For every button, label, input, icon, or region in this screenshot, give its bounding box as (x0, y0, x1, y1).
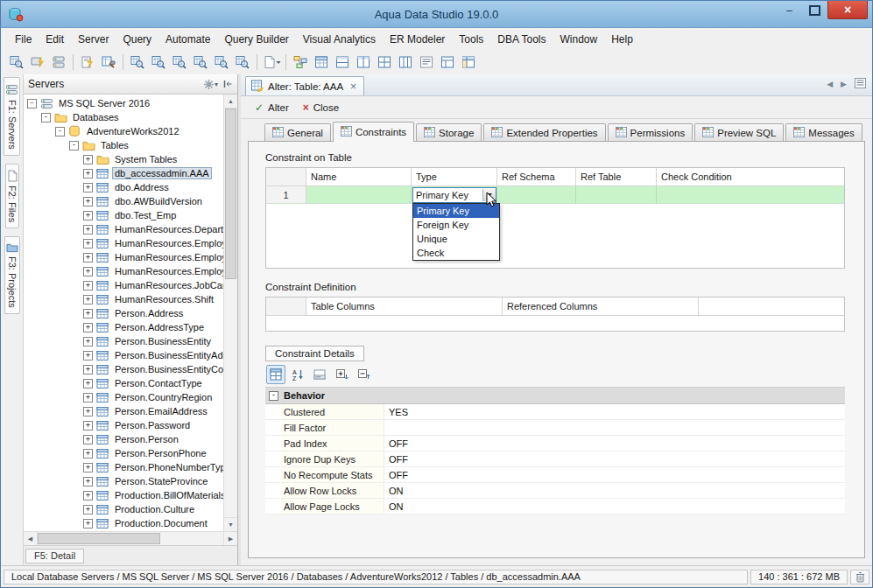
column-header-ref-table[interactable]: Ref Table (576, 168, 657, 186)
property-value[interactable] (384, 420, 845, 435)
dropdown-option-foreign-key[interactable]: Foreign Key (413, 218, 499, 232)
property-row-ignore-dup-keys[interactable]: Ignore Dup KeysOFF (265, 452, 845, 467)
menu-automate[interactable]: Automate (158, 31, 217, 48)
property-value[interactable]: OFF (384, 452, 845, 466)
expand-icon[interactable]: + (83, 505, 93, 514)
property-value[interactable]: YES (384, 404, 845, 419)
dock-tab-f3-projects[interactable]: F3: Projects (4, 236, 20, 314)
server-group-icon[interactable] (48, 52, 69, 73)
tree-node-production-document[interactable]: +Production.Document (24, 516, 224, 530)
menu-dba-tools[interactable]: DBA Tools (490, 31, 553, 48)
scroll-thumb[interactable] (225, 108, 236, 279)
close-button[interactable]: × (827, 1, 868, 19)
expand-icon[interactable]: + (83, 281, 93, 290)
tree-node-production-billofmaterials[interactable]: +Production.BillOfMaterials (24, 488, 224, 502)
tree-node-humanresources-employee[interactable]: +HumanResources.Employee (24, 236, 224, 250)
expand-icon[interactable]: + (83, 225, 93, 234)
menu-query[interactable]: Query (116, 31, 158, 48)
property-row-no-recompute-stats[interactable]: No Recompute StatsOFF (265, 467, 845, 483)
connect-server-icon[interactable] (27, 52, 48, 73)
window-list-icon[interactable] (855, 78, 866, 90)
collapse-all-icon[interactable] (354, 365, 373, 384)
column-header-table-columns[interactable]: Table Columns (306, 298, 503, 315)
property-row-fill-factor[interactable]: Fill Factor (265, 420, 845, 436)
dropdown-option-primary-key[interactable]: Primary Key (413, 204, 499, 218)
dropdown-option-check[interactable]: Check (413, 246, 499, 260)
menu-edit[interactable]: Edit (39, 31, 71, 48)
tree-node-person-password[interactable]: +Person.Password (24, 418, 224, 432)
nav-forward-icon[interactable]: ▶ (841, 80, 847, 88)
cell-ref-schema[interactable] (497, 186, 576, 203)
tree-vertical-scrollbar[interactable]: ▲ ▼ (223, 94, 237, 531)
menu-query-builder[interactable]: Query Builder (217, 31, 295, 48)
cell-ref-table[interactable] (576, 186, 657, 203)
tree-node-person-address[interactable]: +Person.Address (24, 306, 224, 320)
dropdown-arrow-icon[interactable] (482, 189, 496, 201)
dock-tab-f2-files[interactable]: F2: Files (5, 164, 19, 228)
tab-constraints[interactable]: Constraints (333, 122, 414, 142)
ddl-search-icon[interactable] (211, 52, 232, 73)
collapse-icon[interactable]: - (27, 99, 37, 108)
menu-er-modeler[interactable]: ER Modeler (383, 31, 452, 48)
expand-icon[interactable]: + (83, 239, 93, 248)
description-area-icon[interactable] (310, 365, 329, 384)
expand-all-icon[interactable] (332, 365, 351, 384)
column-header-type[interactable]: Type (412, 168, 497, 186)
scroll-down-icon[interactable]: ▼ (224, 517, 237, 531)
tree-node-person-stateprovince[interactable]: +Person.StateProvince (24, 474, 224, 488)
tree-node-person-businessentitycontact[interactable]: +Person.BusinessEntityContact (24, 362, 224, 376)
new-query-analyzer-icon[interactable] (77, 52, 98, 73)
collapse-icon[interactable]: - (69, 141, 79, 150)
title-bar[interactable]: Aqua Data Studio 19.0.0 – × (1, 1, 872, 28)
expand-icon[interactable]: + (83, 491, 93, 500)
tree-node-dbo-address[interactable]: +dbo.Address (24, 180, 224, 194)
collapse-icon[interactable]: - (41, 113, 51, 122)
tree-horizontal-scrollbar[interactable]: ◀ ▶ (24, 531, 237, 545)
cell-check-condition[interactable] (657, 186, 844, 203)
results-grid-icon[interactable] (311, 52, 332, 73)
property-value[interactable]: OFF (384, 467, 845, 482)
minimize-button[interactable]: – (777, 1, 802, 19)
menu-help[interactable]: Help (604, 31, 640, 48)
property-value[interactable]: ON (384, 499, 845, 514)
expand-icon[interactable]: + (83, 449, 93, 458)
expand-icon[interactable]: + (83, 379, 93, 388)
tree-node-humanresources-jobcandidate[interactable]: +HumanResources.JobCandidate (24, 278, 224, 292)
tree-node-adventureworks2012[interactable]: -AdventureWorks2012 (24, 124, 224, 138)
expand-icon[interactable]: + (83, 295, 93, 304)
expand-icon[interactable]: + (83, 435, 93, 444)
four-pane-icon[interactable] (374, 52, 395, 73)
tree-node-person-person[interactable]: +Person.Person (24, 432, 224, 446)
column-header-ref-schema[interactable]: Ref Schema (497, 168, 576, 186)
panel-menu-gear-icon[interactable]: ▾ (203, 79, 218, 90)
tree-node-person-countryregion[interactable]: +Person.CountryRegion (24, 390, 224, 404)
expand-icon[interactable]: + (83, 421, 93, 430)
expand-icon[interactable]: + (83, 407, 93, 416)
form-view-icon[interactable] (437, 52, 458, 73)
tree-node-person-businessentity[interactable]: +Person.BusinessEntity (24, 334, 224, 348)
property-row-pad-index[interactable]: Pad IndexOFF (265, 436, 845, 452)
scroll-thumb[interactable] (38, 533, 160, 544)
expand-icon[interactable]: + (83, 463, 93, 472)
expand-icon[interactable]: + (83, 393, 93, 402)
tree-node-person-addresstype[interactable]: +Person.AddressType (24, 320, 224, 334)
document-tab-alter-table[interactable]: Alter: Table: AAA × (245, 76, 364, 95)
tree-node-person-phonenumbertype[interactable]: +Person.PhoneNumberType (24, 460, 224, 474)
column-header-name[interactable]: Name (306, 168, 412, 186)
column-view-icon[interactable] (395, 52, 416, 73)
register-server-icon[interactable] (6, 52, 27, 73)
tree-node-humanresources-shift[interactable]: +HumanResources.Shift (24, 292, 224, 306)
tree-node-databases[interactable]: -Databases (24, 110, 224, 124)
constraint-row[interactable]: 1Primary Key (266, 186, 844, 204)
column-header-referenced-columns[interactable]: Referenced Columns (503, 298, 699, 315)
tab-general[interactable]: General (264, 123, 331, 141)
tree-node-system-tables[interactable]: +System Tables (24, 152, 224, 166)
tree-node-dbo-test-emp[interactable]: +dbo.Test_Emp (24, 208, 224, 222)
expand-icon[interactable]: + (83, 323, 93, 332)
nav-back-icon[interactable]: ◀ (827, 80, 833, 88)
dock-tab-f1-servers[interactable]: F1: Servers (4, 77, 20, 156)
pivot-view-icon[interactable] (458, 52, 479, 73)
expand-icon[interactable]: + (83, 197, 93, 206)
menu-tools[interactable]: Tools (452, 31, 490, 48)
object-search-icon[interactable] (169, 52, 190, 73)
